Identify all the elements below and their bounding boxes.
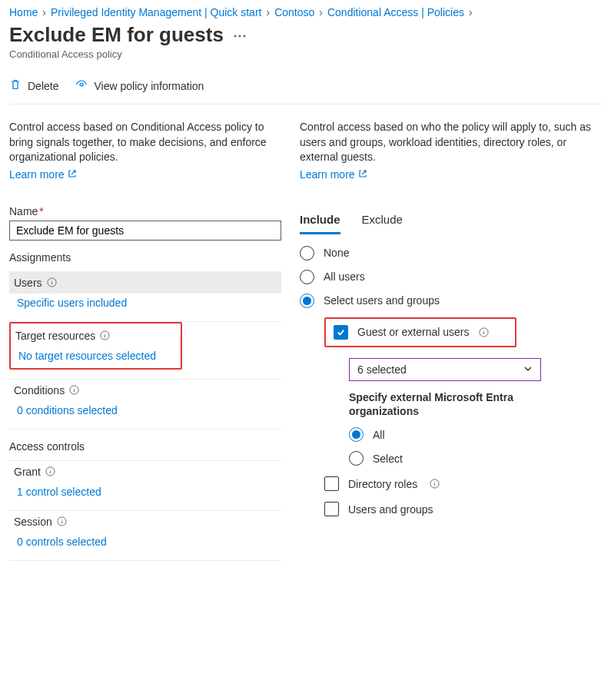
radio-all-users[interactable]: All users [300,270,592,284]
info-icon[interactable] [47,277,57,287]
checkbox-guest-external-users[interactable]: Guest or external users [334,325,470,340]
grant-group-header[interactable]: Grant [9,461,281,483]
guest-external-users-label: Guest or external users [357,326,470,338]
chevron-right-icon: › [319,6,323,18]
learn-more-label: Learn more [9,168,65,181]
checkbox-icon [334,325,348,340]
required-indicator: * [39,205,43,217]
external-link-icon [358,168,367,181]
conditions-value-link[interactable]: 0 conditions selected [9,401,125,420]
target-resources-label: Target resources [15,330,95,342]
breadcrumb-home[interactable]: Home [9,6,38,18]
radio-orgs-all-label: All [373,429,385,441]
tab-include[interactable]: Include [300,208,340,234]
name-label: Name [9,205,38,217]
radio-orgs-select-label: Select [373,453,403,465]
external-orgs-heading: Specify external Microsoft Entra organiz… [349,390,533,418]
radio-icon [349,427,364,442]
view-policy-info-label: View policy information [94,80,204,92]
chevron-right-icon: › [469,6,473,18]
external-link-icon [68,168,77,181]
target-resources-group-header[interactable]: Target resources [11,325,181,347]
delete-label: Delete [28,80,58,92]
session-label: Session [14,516,52,528]
name-input[interactable] [9,221,281,241]
radio-icon [300,294,314,308]
access-controls-heading: Access controls [9,440,281,453]
info-icon[interactable] [45,466,55,476]
radio-orgs-select[interactable]: Select [349,451,592,466]
guest-external-users-highlight: Guest or external users [324,317,516,347]
command-bar: Delete View policy information [9,74,602,105]
users-and-groups-label: Users and groups [348,503,433,516]
assignments-heading: Assignments [9,251,281,264]
grant-value-link[interactable]: 1 control selected [9,483,109,501]
info-icon[interactable] [479,327,489,337]
guest-types-dropdown[interactable]: 6 selected [349,358,541,381]
view-policy-info-button[interactable]: View policy information [75,78,204,93]
radio-icon [300,246,314,260]
page-subtitle: Conditional Access policy [9,48,602,60]
chevron-right-icon: › [266,6,270,18]
users-panel-description: Control access based on who the policy w… [300,120,592,165]
conditions-group-header[interactable]: Conditions [9,380,281,401]
trash-icon [9,78,22,93]
info-icon[interactable] [57,516,67,526]
session-value-link[interactable]: 0 controls selected [9,532,115,551]
users-label: Users [14,277,42,289]
svg-point-0 [80,83,83,86]
breadcrumb-ca-policies[interactable]: Conditional Access | Policies [327,6,464,18]
learn-more-link-users[interactable]: Learn more [300,168,367,181]
eye-icon [75,78,88,93]
session-group-header[interactable]: Session [9,511,281,532]
learn-more-label: Learn more [300,168,355,181]
chevron-right-icon: › [42,6,46,18]
radio-none-label: None [324,247,349,259]
directory-roles-label: Directory roles [348,478,417,490]
delete-button[interactable]: Delete [9,78,58,93]
radio-icon [349,451,364,466]
chevron-down-icon [523,363,533,376]
tab-exclude[interactable]: Exclude [362,208,403,234]
policy-description: Control access based on Conditional Acce… [9,120,281,165]
users-value-link[interactable]: Specific users included [9,294,134,312]
radio-none[interactable]: None [300,246,592,260]
conditions-label: Conditions [14,384,65,396]
users-group-header[interactable]: Users [9,272,281,294]
radio-orgs-all[interactable]: All [349,427,592,442]
radio-select-users-label: Select users and groups [324,294,440,307]
radio-all-users-label: All users [324,270,365,283]
learn-more-link[interactable]: Learn more [9,168,77,181]
checkbox-icon [324,476,339,491]
more-actions-button[interactable]: ⋯ [233,27,248,44]
grant-label: Grant [14,466,41,478]
checkbox-icon [324,502,339,516]
info-icon[interactable] [69,385,79,395]
info-icon[interactable] [430,479,440,489]
breadcrumb: Home › Privileged Identity Management | … [9,6,602,18]
page-title: Exclude EM for guests [9,23,224,47]
radio-icon [300,270,314,284]
checkbox-users-and-groups[interactable]: Users and groups [324,502,592,516]
target-resources-value-link[interactable]: No target resources selected [11,347,164,365]
info-icon[interactable] [100,330,110,340]
breadcrumb-pim[interactable]: Privileged Identity Management | Quick s… [51,6,261,18]
dropdown-value: 6 selected [357,363,407,376]
checkbox-directory-roles[interactable]: Directory roles [324,476,592,491]
breadcrumb-contoso[interactable]: Contoso [274,6,314,18]
radio-select-users-groups[interactable]: Select users and groups [300,294,592,308]
